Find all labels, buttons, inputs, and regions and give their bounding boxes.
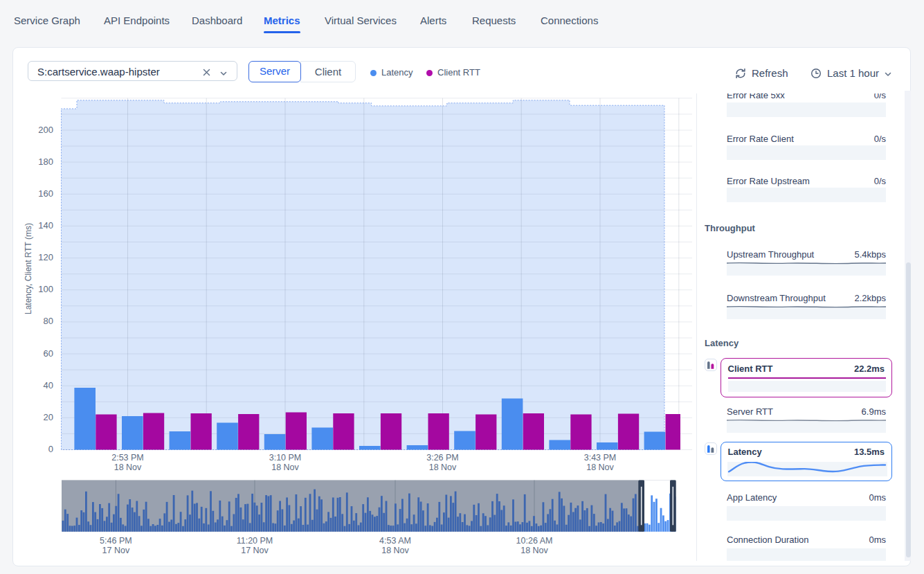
svg-text:3:43 PM: 3:43 PM bbox=[584, 453, 617, 463]
svg-text:120: 120 bbox=[38, 252, 53, 262]
svg-text:18 Nov: 18 Nov bbox=[586, 463, 614, 472]
svg-text:18 Nov: 18 Nov bbox=[114, 463, 142, 472]
svg-text:20: 20 bbox=[44, 412, 53, 422]
svg-text:40: 40 bbox=[44, 380, 53, 391]
svg-text:200: 200 bbox=[38, 125, 53, 135]
svg-text:18 Nov: 18 Nov bbox=[271, 463, 299, 472]
svg-text:180: 180 bbox=[38, 156, 53, 167]
svg-text:160: 160 bbox=[38, 188, 53, 199]
svg-text:5:46 PM: 5:46 PM bbox=[100, 536, 132, 546]
svg-text:2:53 PM: 2:53 PM bbox=[111, 453, 144, 463]
svg-text:100: 100 bbox=[38, 284, 53, 294]
svg-text:10:26 AM: 10:26 AM bbox=[516, 536, 553, 546]
svg-text:60: 60 bbox=[44, 348, 53, 359]
svg-text:18 Nov: 18 Nov bbox=[429, 463, 457, 472]
svg-text:17 Nov: 17 Nov bbox=[102, 546, 130, 555]
svg-text:3:26 PM: 3:26 PM bbox=[426, 453, 459, 463]
svg-text:3:10 PM: 3:10 PM bbox=[269, 453, 302, 463]
svg-text:80: 80 bbox=[44, 316, 53, 326]
svg-text:Latency, Client RTT (ms): Latency, Client RTT (ms) bbox=[24, 223, 33, 314]
svg-text:140: 140 bbox=[38, 220, 53, 231]
svg-text:4:53 AM: 4:53 AM bbox=[379, 536, 411, 546]
svg-text:18 Nov: 18 Nov bbox=[381, 546, 409, 555]
svg-text:11:20 PM: 11:20 PM bbox=[237, 536, 273, 546]
svg-text:0: 0 bbox=[48, 444, 53, 454]
svg-text:18 Nov: 18 Nov bbox=[520, 546, 548, 555]
svg-text:17 Nov: 17 Nov bbox=[241, 546, 269, 555]
